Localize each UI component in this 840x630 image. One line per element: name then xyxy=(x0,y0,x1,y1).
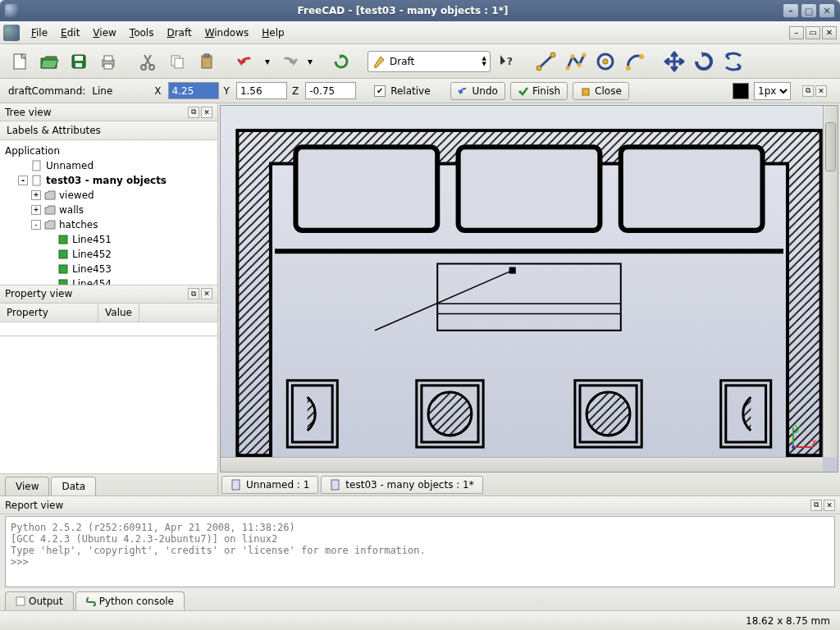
report-close-icon[interactable]: ✕ xyxy=(824,500,835,511)
draft-wire-button[interactable] xyxy=(563,48,589,75)
toolbar-detach-icon[interactable]: ⧉ xyxy=(802,85,814,97)
tree-item-line454[interactable]: Line454 xyxy=(2,276,216,285)
property-table[interactable]: Property Value xyxy=(0,304,217,336)
undo-segment-button[interactable]: Undo xyxy=(450,82,505,100)
menu-help[interactable]: Help xyxy=(255,25,290,41)
tree-item-viewed[interactable]: +viewed xyxy=(2,188,216,203)
report-detach-icon[interactable]: ⧉ xyxy=(810,500,822,511)
toolbar-close-icon[interactable]: ✕ xyxy=(815,85,827,97)
svg-rect-36 xyxy=(437,264,621,331)
copy-button[interactable] xyxy=(164,48,190,75)
mdi-minimize-button[interactable]: – xyxy=(789,26,804,39)
mdi-close-button[interactable]: ✕ xyxy=(822,26,837,39)
tree-root[interactable]: Application xyxy=(2,144,216,158)
expand-icon[interactable]: + xyxy=(31,190,41,200)
collapse-icon[interactable]: - xyxy=(31,220,41,230)
line-object-icon xyxy=(57,234,69,245)
whatsthis-button[interactable]: ? xyxy=(494,48,520,75)
horizontal-scrollbar[interactable] xyxy=(221,457,823,472)
main-toolbar: ▾ ▾ Draft ▲▼ ? xyxy=(0,44,840,79)
maximize-button[interactable]: ▢ xyxy=(801,3,817,18)
tree-item-line451[interactable]: Line451 xyxy=(2,232,216,247)
property-close-icon[interactable]: ✕ xyxy=(201,288,212,299)
line-width-select[interactable]: 1px xyxy=(754,82,791,100)
tab-output[interactable]: Output xyxy=(5,591,74,610)
close-button[interactable]: ✕ xyxy=(819,3,835,18)
document-icon xyxy=(330,479,341,491)
redo-button[interactable] xyxy=(276,48,302,75)
x-input[interactable] xyxy=(168,82,219,99)
svg-point-16 xyxy=(550,52,555,57)
line-color-picker[interactable] xyxy=(733,83,749,99)
tree-item-walls[interactable]: +walls xyxy=(2,203,216,217)
tree-detach-icon[interactable]: ⧉ xyxy=(188,107,199,118)
y-label: Y xyxy=(224,85,230,97)
report-header: Report view ⧉ ✕ xyxy=(0,496,840,514)
property-view-header: Property view ⧉ ✕ xyxy=(0,285,217,304)
tree-item-unnamed[interactable]: Unnamed xyxy=(2,158,216,173)
draft-arc-button[interactable] xyxy=(622,48,648,75)
workbench-label: Draft xyxy=(390,56,414,67)
redo-dropdown[interactable]: ▾ xyxy=(305,48,315,75)
cut-button[interactable] xyxy=(135,48,161,75)
minimize-button[interactable]: – xyxy=(783,3,799,18)
menu-edit[interactable]: Edit xyxy=(54,25,86,41)
window-title: FreeCAD - [test03 - many objects : 1*] xyxy=(23,5,783,16)
labels-attributes-header: Labels & Attributes xyxy=(0,121,217,140)
mdi-restore-button[interactable]: ▭ xyxy=(806,26,820,39)
tree-item-hatches[interactable]: -hatches xyxy=(2,217,216,232)
menu-draft[interactable]: Draft xyxy=(160,25,198,41)
draft-line-button[interactable] xyxy=(533,48,559,75)
tree-item-test03[interactable]: -test03 - many objects xyxy=(2,173,216,188)
svg-rect-6 xyxy=(104,64,112,69)
workbench-selector[interactable]: Draft ▲▼ xyxy=(368,51,491,72)
document-icon xyxy=(31,175,43,186)
line-object-icon xyxy=(57,249,69,260)
draft-offset-button[interactable] xyxy=(720,48,746,75)
tree-item-line452[interactable]: Line452 xyxy=(2,247,216,262)
tree-view[interactable]: Application Unnamed -test03 - many objec… xyxy=(0,140,217,285)
undo-button[interactable] xyxy=(233,48,259,75)
undo-dropdown[interactable]: ▾ xyxy=(262,48,272,75)
menu-windows[interactable]: Windows xyxy=(199,25,256,41)
document-tabs: Unnamed : 1 test03 - many objects : 1* xyxy=(218,474,840,495)
finish-button[interactable]: Finish xyxy=(510,82,568,100)
draft-command-value: Line xyxy=(92,85,149,97)
new-button[interactable] xyxy=(7,48,33,75)
relative-checkbox[interactable]: ✔ xyxy=(374,85,386,97)
doctab-test03[interactable]: test03 - many objects : 1* xyxy=(321,476,482,494)
open-button[interactable] xyxy=(36,48,62,75)
draft-rotate-button[interactable] xyxy=(691,48,717,75)
property-detach-icon[interactable]: ⧉ xyxy=(188,288,199,299)
menu-file[interactable]: File xyxy=(25,25,54,41)
svg-text:x: x xyxy=(811,436,817,448)
menu-tools[interactable]: Tools xyxy=(123,25,161,41)
3d-viewport[interactable]: xy xyxy=(220,105,838,472)
svg-rect-29 xyxy=(59,250,67,258)
close-line-button[interactable]: Close xyxy=(573,82,629,100)
draft-circle-button[interactable] xyxy=(592,48,619,75)
print-button[interactable] xyxy=(95,48,121,75)
tree-close-icon[interactable]: ✕ xyxy=(201,107,212,118)
refresh-button[interactable] xyxy=(328,48,354,75)
collapse-icon[interactable]: - xyxy=(18,176,28,185)
menu-view[interactable]: View xyxy=(86,25,122,41)
tab-data[interactable]: Data xyxy=(51,477,96,495)
z-input[interactable] xyxy=(305,82,356,99)
svg-rect-12 xyxy=(204,54,209,57)
draft-command-label: draftCommand: xyxy=(8,85,85,97)
svg-rect-33 xyxy=(459,147,600,231)
draft-move-button[interactable] xyxy=(661,48,687,75)
document-icon xyxy=(231,479,242,491)
paste-button[interactable] xyxy=(194,48,220,75)
tab-python-console[interactable]: Python console xyxy=(75,591,185,610)
python-console-output[interactable]: Python 2.5.2 (r252:60911, Apr 21 2008, 1… xyxy=(5,516,835,587)
doctab-unnamed[interactable]: Unnamed : 1 xyxy=(221,476,318,494)
svg-rect-5 xyxy=(104,56,112,61)
expand-icon[interactable]: + xyxy=(31,205,41,215)
y-input[interactable] xyxy=(236,82,287,99)
vertical-scrollbar[interactable] xyxy=(823,106,838,457)
tree-item-line453[interactable]: Line453 xyxy=(2,262,216,276)
save-button[interactable] xyxy=(66,48,92,75)
tab-view[interactable]: View xyxy=(5,477,49,495)
